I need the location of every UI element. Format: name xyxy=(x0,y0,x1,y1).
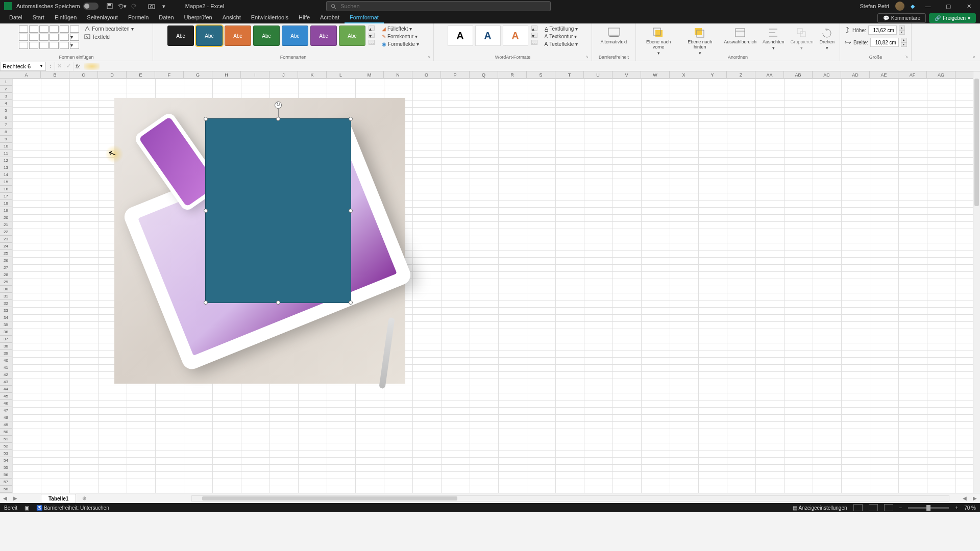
cancel-formula-icon[interactable]: ✕ xyxy=(55,62,64,71)
status-accessibility[interactable]: ♿ Barrierefreiheit: Untersuchen xyxy=(36,505,109,511)
shape-style-5[interactable]: Abc xyxy=(282,26,308,46)
style-gallery-down-icon[interactable]: ▾ xyxy=(369,33,375,38)
col-header-AD[interactable]: AD xyxy=(841,71,870,78)
row-header-15[interactable]: 15 xyxy=(0,179,12,186)
row-header-9[interactable]: 9 xyxy=(0,136,12,143)
close-icon[interactable]: ✕ xyxy=(962,1,976,11)
row-header-4[interactable]: 4 xyxy=(0,100,12,107)
search-input[interactable] xyxy=(340,3,546,9)
shape-style-7[interactable]: Abc xyxy=(339,26,365,46)
col-header-V[interactable]: V xyxy=(612,71,641,78)
shape-gallery[interactable]: ▾ ▾ xyxy=(19,26,79,49)
col-header-P[interactable]: P xyxy=(441,71,470,78)
row-header-10[interactable]: 10 xyxy=(0,143,12,150)
col-header-R[interactable]: R xyxy=(498,71,527,78)
col-header-X[interactable]: X xyxy=(670,71,698,78)
vertical-scrollbar[interactable] xyxy=(973,71,980,493)
maximize-icon[interactable]: ▢ xyxy=(941,1,955,11)
row-header-52[interactable]: 52 xyxy=(0,443,12,450)
row-header-46[interactable]: 46 xyxy=(0,400,12,407)
row-header-24[interactable]: 24 xyxy=(0,243,12,250)
wordart-style-1[interactable]: A xyxy=(448,26,473,46)
row-header-45[interactable]: 45 xyxy=(0,393,12,400)
worksheet-grid[interactable]: ABCDEFGHIJKLMNOPQRSTUVWXYZAAABACADAEAFAG… xyxy=(0,71,980,493)
style-gallery-up-icon[interactable]: ▴ xyxy=(369,26,375,31)
edit-shape-button[interactable]: Form bearbeiten ▾ xyxy=(84,26,133,32)
undo-icon[interactable]: ▾ xyxy=(117,1,127,11)
col-header-Q[interactable]: Q xyxy=(470,71,498,78)
sheet-tab-active[interactable]: Tabelle1 xyxy=(41,494,76,503)
height-down-icon[interactable]: ▾ xyxy=(899,30,905,35)
col-header-E[interactable]: E xyxy=(127,71,155,78)
shape-effects-button[interactable]: ◉ Formeffekte ▾ xyxy=(382,41,419,47)
row-header-23[interactable]: 23 xyxy=(0,236,12,243)
resize-handle-br[interactable] xyxy=(349,300,353,305)
row-header-14[interactable]: 14 xyxy=(0,171,12,179)
align-button[interactable]: Ausrichten ▾ xyxy=(761,26,787,52)
text-fill-button[interactable]: A̲ Textfüllung ▾ xyxy=(545,26,578,32)
shape-styles-dialog-launcher-icon[interactable]: ↘ xyxy=(427,55,432,60)
col-header-L[interactable]: L xyxy=(327,71,355,78)
shape-more2-icon[interactable]: ▾ xyxy=(70,42,79,49)
shape-outline-button[interactable]: ✎ Formkontur ▾ xyxy=(382,33,419,40)
view-page-layout-icon[interactable] xyxy=(869,504,878,511)
row-header-58[interactable]: 58 xyxy=(0,486,12,493)
row-header-50[interactable]: 50 xyxy=(0,429,12,436)
shape-bracket-icon[interactable] xyxy=(50,42,59,49)
wordart-style-3[interactable]: A xyxy=(503,26,528,46)
col-header-A[interactable]: A xyxy=(12,71,41,78)
col-header-M[interactable]: M xyxy=(355,71,384,78)
row-header-34[interactable]: 34 xyxy=(0,314,12,321)
menu-item-start[interactable]: Start xyxy=(28,12,50,23)
col-header-N[interactable]: N xyxy=(384,71,412,78)
size-dialog-launcher-icon[interactable]: ↘ xyxy=(905,55,910,60)
shape-style-4[interactable]: Abc xyxy=(253,26,280,46)
shape-freeform-icon[interactable] xyxy=(29,42,38,49)
save-icon[interactable] xyxy=(105,1,115,11)
row-header-31[interactable]: 31 xyxy=(0,293,12,300)
row-header-54[interactable]: 54 xyxy=(0,457,12,464)
wordart-gallery-down-icon[interactable]: ▾ xyxy=(531,33,537,38)
row-header-11[interactable]: 11 xyxy=(0,150,12,157)
shape-triangle-icon[interactable] xyxy=(19,34,28,41)
row-header-39[interactable]: 39 xyxy=(0,350,12,357)
camera-icon[interactable] xyxy=(146,1,157,11)
shape-oval-icon[interactable] xyxy=(60,26,69,33)
row-header-6[interactable]: 6 xyxy=(0,114,12,121)
resize-handle-bl[interactable] xyxy=(204,300,208,305)
resize-handle-ml[interactable] xyxy=(204,209,208,213)
text-effects-button[interactable]: A Texteffekte ▾ xyxy=(545,41,578,47)
row-header-44[interactable]: 44 xyxy=(0,386,12,393)
redo-icon[interactable] xyxy=(129,1,139,11)
column-headers[interactable]: ABCDEFGHIJKLMNOPQRSTUVWXYZAAABACADAEAFAG xyxy=(12,71,973,79)
macro-record-icon[interactable]: ▣ xyxy=(24,505,29,511)
minimize-icon[interactable]: — xyxy=(921,1,935,11)
col-header-F[interactable]: F xyxy=(155,71,184,78)
col-header-Y[interactable]: Y xyxy=(698,71,727,78)
col-header-B[interactable]: B xyxy=(41,71,69,78)
selection-pane-button[interactable]: Auswahlbereich xyxy=(722,26,758,46)
user-avatar[interactable] xyxy=(895,2,904,11)
shape-diamond-icon[interactable] xyxy=(39,34,48,41)
row-header-32[interactable]: 32 xyxy=(0,300,12,307)
shape-rect-icon[interactable] xyxy=(50,26,59,33)
row-header-18[interactable]: 18 xyxy=(0,200,12,207)
col-header-Z[interactable]: Z xyxy=(727,71,755,78)
share-button[interactable]: 🔗 Freigeben ▾ xyxy=(929,13,976,23)
row-header-33[interactable]: 33 xyxy=(0,307,12,314)
wordart-dialog-launcher-icon[interactable]: ↘ xyxy=(585,55,591,60)
shape-curve-icon[interactable] xyxy=(19,42,28,49)
menu-item-datei[interactable]: Datei xyxy=(4,12,28,23)
col-header-AB[interactable]: AB xyxy=(784,71,813,78)
row-header-12[interactable]: 12 xyxy=(0,157,12,164)
bring-forward-button[interactable]: Ebene nach vorne ▾ xyxy=(639,26,678,57)
fb-options-icon[interactable]: ⋮ xyxy=(46,62,55,71)
resize-handle-bc[interactable] xyxy=(276,300,280,305)
hscroll-right-icon[interactable]: ▶ xyxy=(970,495,980,501)
row-header-22[interactable]: 22 xyxy=(0,229,12,236)
row-header-35[interactable]: 35 xyxy=(0,321,12,329)
col-header-S[interactable]: S xyxy=(527,71,555,78)
row-header-57[interactable]: 57 xyxy=(0,479,12,486)
col-header-O[interactable]: O xyxy=(412,71,441,78)
name-box[interactable]: Rechteck 6▼ xyxy=(0,62,46,71)
